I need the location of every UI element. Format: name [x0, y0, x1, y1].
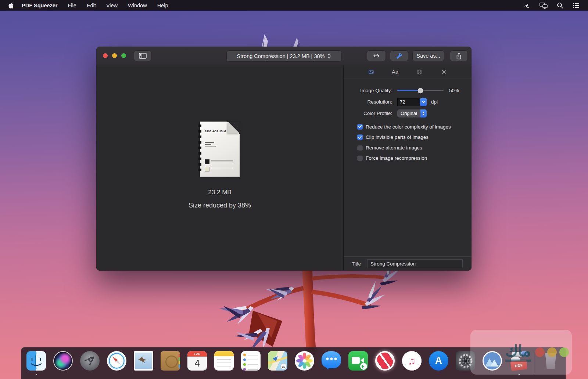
save-as-label: Save as... [416, 53, 440, 59]
page-curl-icon [227, 122, 240, 134]
resolution-input[interactable] [397, 98, 421, 106]
resolution-dropdown-button[interactable] [420, 98, 427, 106]
image-quality-fill [397, 90, 420, 91]
save-as-button[interactable]: Save as... [413, 51, 444, 61]
displays-icon[interactable] [539, 2, 548, 9]
traffic-lights [103, 47, 126, 65]
dock-siri-icon[interactable] [53, 351, 73, 371]
share-button[interactable] [450, 51, 467, 61]
image-quality-thumb[interactable] [418, 88, 423, 93]
preset-label: Strong Compression | 23.2 MB | 38% [237, 53, 325, 59]
title-row: Title [344, 256, 472, 271]
dock-news-icon[interactable] [375, 351, 395, 371]
desktop: PDF Squeezer File Edit View Window Help [0, 0, 588, 379]
image-options: Reduce the color complexity of images Cl… [344, 122, 472, 163]
resolution-combobox[interactable] [397, 98, 427, 106]
image-quality-slider[interactable] [397, 90, 444, 91]
checkbox-force-recompression[interactable] [357, 155, 363, 161]
checkbox-reduce-color-complexity[interactable] [357, 124, 363, 130]
compare-button[interactable] [367, 51, 386, 61]
notification-center-icon[interactable] [573, 2, 580, 9]
maps-3d-badge: 3D [280, 363, 287, 369]
title-input[interactable] [367, 259, 463, 268]
pdf-squeezer-window: Strong Compression | 23.2 MB | 38% [96, 47, 472, 271]
dock-itunes-icon[interactable]: ♫ [402, 351, 422, 371]
menu-file[interactable]: File [68, 3, 76, 8]
resolution-unit: dpi [431, 99, 438, 105]
appstore-a-glyph: A [435, 356, 442, 366]
doc-text-line [205, 142, 214, 143]
dock-contacts-icon[interactable] [161, 351, 180, 371]
checkbox-label: Remove alternate images [366, 145, 422, 151]
dock-reminders-icon[interactable] [241, 351, 261, 371]
bubble-tail [324, 365, 329, 370]
news-stripes [377, 353, 393, 369]
minimize-button[interactable] [112, 53, 117, 58]
finder-face-icon [26, 351, 46, 371]
spotlight-icon[interactable] [557, 2, 563, 9]
color-profile-popup[interactable]: Original [397, 109, 427, 118]
contacts-emboss [165, 355, 178, 368]
dock-appstore-icon[interactable]: A [429, 351, 448, 371]
inspector-tabbar: Aa [344, 65, 472, 79]
calendar-month: JUN [187, 351, 207, 357]
preset-dropdown[interactable]: Strong Compression | 23.2 MB | 38% [227, 51, 341, 61]
dock-notes-icon[interactable] [214, 351, 234, 371]
pdf-thumbnail[interactable]: Z490 AORUS M [200, 122, 240, 177]
tools-button[interactable] [390, 51, 408, 61]
dock-maps-icon[interactable]: 3D [268, 351, 287, 371]
checkbox-label: Reduce the color complexity of images [366, 124, 451, 130]
camera-lens [361, 358, 364, 363]
dock-finder-icon[interactable] [26, 351, 46, 371]
tab-advanced[interactable] [439, 68, 449, 76]
dock-launchpad-icon[interactable] [80, 351, 100, 371]
popup-stepper-icon [420, 109, 427, 118]
menu-help[interactable]: Help [157, 3, 168, 8]
watermark-dot-yellow [547, 347, 557, 357]
watermark: ماك [470, 330, 572, 375]
close-button[interactable] [103, 53, 108, 58]
watermark-text: ماك [505, 343, 531, 362]
dock-messages-icon[interactable] [322, 351, 341, 371]
left-right-arrows-icon [373, 53, 380, 59]
dock-photos-icon[interactable] [295, 351, 314, 371]
menu-bar: PDF Squeezer File Edit View Window Help [0, 0, 588, 11]
menu-edit[interactable]: Edit [87, 3, 96, 8]
reduction-label: Size reduced by 38% [189, 202, 251, 209]
pinwheel-icon [295, 351, 314, 371]
tab-objects[interactable] [415, 68, 424, 76]
window-titlebar[interactable]: Strong Compression | 23.2 MB | 38% [96, 47, 472, 65]
puzzle-icon [417, 68, 422, 76]
apple-menu-icon[interactable] [8, 2, 14, 9]
menu-view[interactable]: View [106, 3, 118, 8]
zoom-button[interactable] [121, 53, 126, 58]
color-profile-value: Original [397, 109, 420, 118]
doc-footer-mark [205, 167, 209, 172]
image-quality-label: Image Quality: [344, 88, 392, 93]
dock-calendar-icon[interactable]: JUN 4 [187, 351, 207, 371]
dock-mail-icon[interactable] [134, 351, 153, 371]
tab-images[interactable] [366, 68, 376, 76]
checkbox-clip-invisible[interactable] [357, 134, 363, 140]
inspector-panel: Aa [344, 65, 472, 271]
checkbox-label: Force image recompression [366, 155, 427, 161]
spiral-binding [198, 124, 201, 174]
images-icon [369, 68, 374, 76]
doc-heading: Z490 AORUS M [205, 130, 226, 133]
sidebar-icon [139, 53, 147, 59]
ink-cursor-icon[interactable] [523, 2, 530, 9]
toggle-sidebar-button[interactable] [134, 51, 151, 61]
tab-text[interactable]: Aa [391, 68, 400, 76]
checkbox-remove-alternate[interactable] [357, 145, 363, 151]
doc-text-line [205, 147, 216, 147]
menu-window[interactable]: Window [128, 3, 147, 8]
dock-facetime-icon[interactable] [348, 351, 368, 371]
chevron-down-icon [422, 101, 425, 103]
notes-lines [217, 359, 231, 369]
notes-header [214, 351, 234, 356]
calendar-day: 4 [187, 357, 207, 371]
video-camera-icon [352, 357, 360, 364]
check-icon [358, 125, 362, 129]
dock-safari-icon[interactable] [107, 351, 126, 371]
menu-app-name[interactable]: PDF Squeezer [22, 3, 58, 8]
